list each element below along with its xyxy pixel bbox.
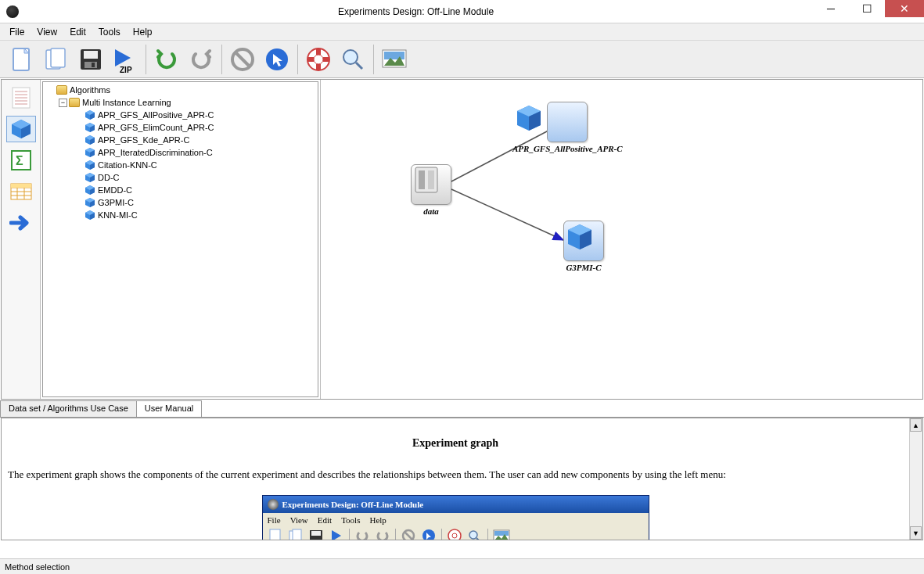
tabs: Data set / Algorithms Use Case User Manu… — [0, 400, 924, 418]
tree-leaf[interactable]: G3PMI-C — [45, 196, 316, 209]
graph-node-a[interactable]: APR_GFS_AllPositive_APR-C — [512, 102, 623, 153]
tree-root-label: Algorithms — [70, 85, 110, 95]
open-button[interactable] — [41, 44, 72, 75]
manual-title: Experiment graph — [8, 437, 903, 450]
lifesaver-icon — [305, 46, 332, 73]
menu-file[interactable]: File — [3, 24, 31, 40]
svg-line-33 — [451, 189, 563, 240]
cube-node-icon — [563, 221, 604, 261]
ms-menu-edit: Edit — [318, 515, 332, 525]
tree-leaf[interactable]: DD-C — [45, 171, 316, 184]
menu-tools[interactable]: Tools — [92, 24, 127, 40]
tree-leaf[interactable]: APR_GFS_ElimCount_APR-C — [45, 121, 316, 134]
menubar: File View Edit Tools Help — [0, 23, 924, 41]
graph-node-b-label: G3PMI-C — [563, 263, 604, 272]
play-icon — [329, 529, 344, 540]
window-title: Experiments Design: Off-Line Module — [19, 6, 813, 17]
lifesaver-icon — [447, 529, 462, 540]
tab-user-manual[interactable]: User Manual — [136, 400, 202, 417]
image-button[interactable] — [379, 44, 410, 75]
sidebar-connect-button[interactable] — [6, 210, 36, 236]
canvas[interactable]: data APR_GFS_AllPositive_APR-C G3PMI-C — [321, 80, 922, 399]
tree-leaf-label: G3PMI-C — [98, 198, 134, 207]
close-button[interactable]: ✕ — [885, 0, 924, 17]
zoom-button[interactable] — [337, 44, 369, 75]
tree-leaf[interactable]: Citation-KNN-C — [45, 159, 316, 171]
svg-rect-4 — [84, 51, 98, 59]
help-button[interactable] — [303, 44, 334, 75]
sidebar: Σ — [2, 80, 41, 399]
picture-icon — [493, 529, 510, 540]
sidebar-stats-button[interactable]: Σ — [6, 147, 36, 174]
floppy-icon — [308, 529, 324, 540]
svg-line-14 — [356, 63, 362, 69]
main-area: Σ Algorithms − Multi Instance Learning A… — [1, 79, 923, 400]
tree-leaf[interactable]: APR_IteratedDiscrimination-C — [45, 146, 316, 159]
menu-edit[interactable]: Edit — [63, 24, 92, 40]
tree-leaf-label: APR_GFS_Kde_APR-C — [98, 135, 189, 145]
sidebar-methods-button[interactable] — [6, 116, 36, 142]
separator — [373, 45, 374, 74]
minimize-button[interactable]: ─ — [813, 0, 849, 17]
page-icon — [9, 46, 35, 73]
tree-leaf[interactable]: EMDD-C — [45, 184, 316, 196]
tree-leaf[interactable]: KNN-MI-C — [45, 209, 316, 221]
no-entry-icon — [229, 46, 256, 73]
graph-node-b[interactable]: G3PMI-C — [563, 221, 604, 272]
graph-node-data[interactable]: data — [411, 164, 451, 216]
tree-leaf-label: APR_GFS_AllPositive_APR-C — [98, 110, 214, 120]
play-zip-icon: ZIP — [110, 45, 140, 74]
pages-icon — [43, 46, 70, 73]
svg-line-9 — [236, 53, 249, 66]
run-zip-button[interactable]: ZIP — [110, 44, 141, 75]
undo-button[interactable] — [151, 44, 182, 75]
tree-leaf[interactable]: APR_GFS_AllPositive_APR-C — [45, 109, 316, 121]
svg-rect-6 — [92, 63, 95, 67]
select-button[interactable] — [261, 44, 293, 75]
tree-group[interactable]: − Multi Instance Learning — [45, 96, 316, 109]
blue-cube-icon — [84, 210, 95, 221]
menu-help[interactable]: Help — [127, 24, 159, 40]
maximize-button[interactable]: ☐ — [849, 0, 885, 17]
redo-icon — [188, 46, 214, 73]
collapse-icon[interactable]: − — [59, 99, 67, 107]
redo-button[interactable] — [185, 44, 217, 75]
app-icon — [268, 499, 279, 510]
folder-icon — [56, 85, 67, 95]
sigma-icon: Σ — [10, 149, 32, 171]
scrollbar[interactable]: ▲ ▼ — [909, 418, 922, 540]
sidebar-datasets-button[interactable] — [6, 84, 36, 111]
graph-node-data-label: data — [411, 206, 451, 216]
tree-root[interactable]: Algorithms — [45, 84, 316, 96]
scroll-down-button[interactable]: ▼ — [910, 526, 922, 540]
manual-screenshot: Experiments Design: Off-Line Module File… — [262, 495, 649, 540]
tree-leaf-label: APR_IteratedDiscrimination-C — [98, 148, 213, 157]
statusbar: Method selection — [0, 558, 924, 574]
tree-leaf[interactable]: APR_GFS_Kde_APR-C — [45, 134, 316, 146]
svg-rect-34 — [415, 167, 437, 192]
svg-rect-31 — [11, 184, 31, 188]
status-text: Method selection — [5, 562, 70, 572]
tab-datasets[interactable]: Data set / Algorithms Use Case — [0, 400, 137, 417]
tree-leaf-label: KNN-MI-C — [98, 210, 138, 220]
magnifier-icon — [340, 46, 366, 73]
new-experiment-button[interactable] — [6, 44, 38, 75]
paper-lines-icon — [11, 86, 31, 109]
pages-icon — [288, 529, 304, 540]
svg-rect-2 — [51, 48, 65, 67]
svg-rect-35 — [419, 170, 425, 189]
magnifier-icon — [467, 529, 483, 540]
redo-icon — [375, 529, 390, 540]
save-button[interactable] — [75, 44, 106, 75]
tree-leaf-label: Citation-KNN-C — [98, 160, 157, 170]
manual-shot-title: Experiments Design: Off-Line Module — [282, 500, 424, 509]
svg-point-12 — [314, 55, 323, 64]
scroll-up-button[interactable]: ▲ — [910, 418, 922, 432]
svg-rect-50 — [494, 531, 509, 536]
tree-leaf-label: EMDD-C — [98, 185, 132, 195]
sidebar-tables-button[interactable] — [6, 178, 36, 205]
delete-button[interactable] — [227, 44, 258, 75]
menu-view[interactable]: View — [31, 24, 63, 40]
svg-line-43 — [404, 532, 412, 540]
cursor-circle-icon — [421, 529, 437, 540]
